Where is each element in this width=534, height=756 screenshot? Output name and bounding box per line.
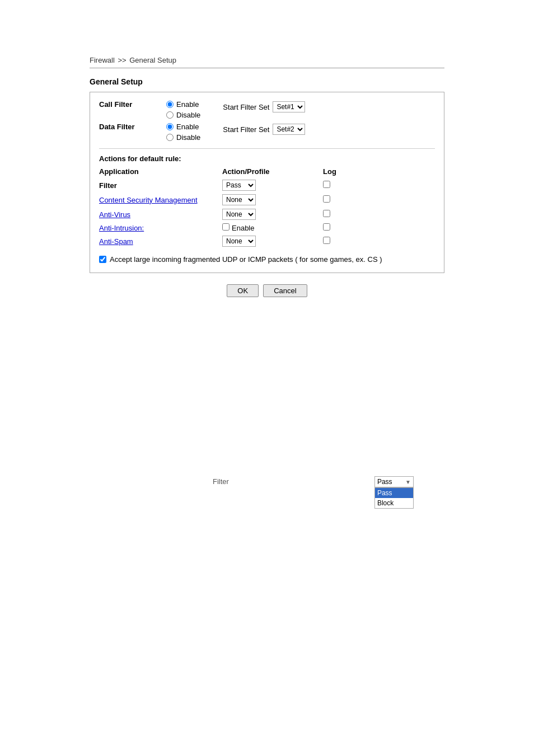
app-cell: Anti-Virus: [99, 207, 222, 222]
data-filter-enable-radio[interactable]: [166, 123, 174, 130]
log-cell: [323, 234, 435, 248]
data-filter-start-group: Start Filter Set Set#1 Set#2 Set#3: [223, 123, 305, 135]
breadcrumb: Firewall >> General Setup: [90, 56, 444, 64]
mid-divider: [99, 148, 435, 149]
chevron-down-icon: ▼: [405, 479, 411, 485]
breadcrumb-part2: General Setup: [129, 56, 176, 64]
data-filter-row: Data Filter Enable Disable Start Filter …: [99, 123, 435, 142]
data-filter-disable-option: Disable: [166, 133, 200, 142]
dropdown-item-block[interactable]: Block: [375, 498, 413, 508]
call-filter-label: Call Filter: [99, 100, 166, 109]
lower-dropdown-header[interactable]: Pass ▼: [374, 476, 414, 487]
data-filter-enable-label: Enable: [176, 123, 199, 131]
lower-filter-label: Filter: [213, 476, 229, 486]
action-cell: None: [222, 234, 323, 248]
table-row: Anti-SpamNone: [99, 234, 435, 248]
action-select[interactable]: None: [222, 209, 256, 220]
app-cell: Filter: [99, 178, 222, 192]
call-filter-enable-label: Enable: [176, 100, 199, 109]
lower-section: Filter Pass ▼ Pass Block: [90, 476, 444, 487]
actions-table: Application Action/Profile Log FilterPas…: [99, 166, 435, 248]
enable-checkbox[interactable]: [222, 223, 229, 231]
log-checkbox[interactable]: [323, 223, 330, 231]
data-filter-set-select[interactable]: Set#1 Set#2 Set#3: [273, 124, 305, 135]
action-select[interactable]: PassBlock: [222, 180, 256, 191]
app-cell: Content Security Management: [99, 192, 222, 207]
general-setup-box: Call Filter Enable Disable Start Filter …: [90, 92, 444, 273]
call-filter-start-group: Start Filter Set Set#1 Set#2 Set#3: [223, 100, 305, 112]
app-name: Filter: [99, 181, 117, 190]
call-filter-disable-radio[interactable]: [166, 111, 174, 119]
btn-row: OK Cancel: [90, 284, 444, 297]
action-cell: None: [222, 192, 323, 207]
table-row: Anti-VirusNone: [99, 207, 435, 222]
log-cell: [323, 178, 435, 192]
table-row: FilterPassBlock: [99, 178, 435, 192]
log-cell: [323, 192, 435, 207]
log-checkbox[interactable]: [323, 237, 330, 244]
col-action-profile: Action/Profile: [222, 166, 323, 178]
app-link[interactable]: Anti-Intrusion:: [99, 224, 144, 232]
data-filter-disable-label: Disable: [176, 133, 200, 142]
action-select[interactable]: None: [222, 236, 256, 247]
col-log: Log: [323, 166, 435, 178]
data-filter-label: Data Filter: [99, 123, 166, 131]
accept-checkbox[interactable]: [99, 256, 106, 263]
call-filter-start-label: Start Filter Set: [223, 103, 269, 111]
breadcrumb-part1: Firewall: [90, 56, 115, 64]
col-application: Application: [99, 166, 222, 178]
table-row: Anti-Intrusion:Enable: [99, 222, 435, 234]
lower-dropdown-current: Pass: [377, 478, 392, 486]
app-cell: Anti-Intrusion:: [99, 222, 222, 234]
cancel-button[interactable]: Cancel: [263, 284, 307, 297]
log-checkbox[interactable]: [323, 181, 330, 188]
section-title: General Setup: [90, 77, 444, 86]
call-filter-set-select[interactable]: Set#1 Set#2 Set#3: [273, 101, 305, 112]
dropdown-item-pass[interactable]: Pass: [375, 488, 413, 498]
call-filter-disable-label: Disable: [176, 111, 200, 119]
call-filter-radio-group: Enable Disable: [166, 100, 200, 119]
enable-label: Enable: [232, 224, 254, 232]
action-cell: Enable: [222, 222, 323, 234]
top-divider: [90, 68, 444, 68]
table-row: Content Security ManagementNone: [99, 192, 435, 207]
call-filter-row: Call Filter Enable Disable Start Filter …: [99, 100, 435, 119]
lower-dropdown-list: Pass Block: [374, 487, 414, 509]
accept-row: Accept large incoming fragmented UDP or …: [99, 255, 435, 264]
data-filter-radio-group: Enable Disable: [166, 123, 200, 142]
actions-title: Actions for default rule:: [99, 154, 435, 163]
action-select[interactable]: None: [222, 194, 256, 205]
action-cell: None: [222, 207, 323, 222]
app-link[interactable]: Content Security Management: [99, 196, 198, 204]
call-filter-enable-option: Enable: [166, 100, 200, 109]
app-link[interactable]: Anti-Virus: [99, 210, 130, 219]
log-checkbox[interactable]: [323, 210, 330, 217]
app-cell: Anti-Spam: [99, 234, 222, 248]
accept-text: Accept large incoming fragmented UDP or …: [110, 255, 382, 264]
data-filter-enable-option: Enable: [166, 123, 200, 131]
log-cell: [323, 207, 435, 222]
call-filter-disable-option: Disable: [166, 111, 200, 119]
data-filter-disable-radio[interactable]: [166, 134, 174, 141]
app-link[interactable]: Anti-Spam: [99, 237, 133, 246]
ok-button[interactable]: OK: [227, 284, 259, 297]
breadcrumb-separator: >>: [118, 56, 126, 64]
log-checkbox[interactable]: [323, 195, 330, 203]
lower-dropdown-container: Pass ▼ Pass Block: [374, 476, 414, 487]
action-cell: PassBlock: [222, 178, 323, 192]
call-filter-enable-radio[interactable]: [166, 101, 174, 108]
data-filter-start-label: Start Filter Set: [223, 125, 269, 134]
log-cell: [323, 222, 435, 234]
